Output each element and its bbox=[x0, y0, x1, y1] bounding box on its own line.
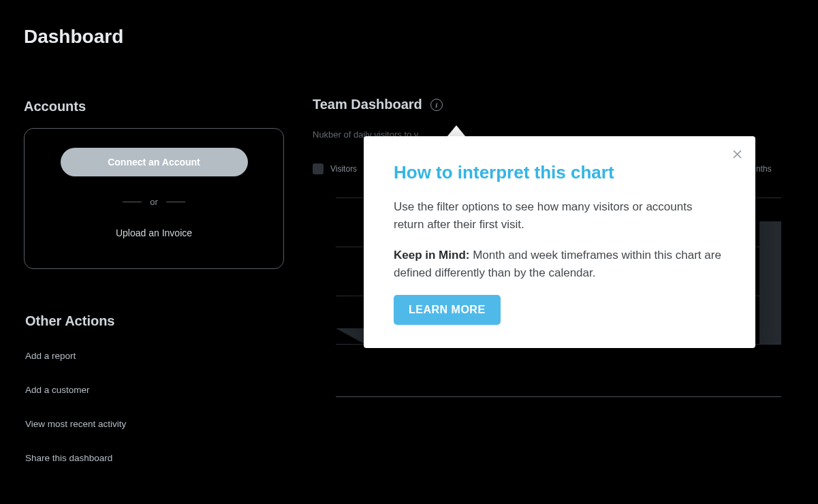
or-label: or bbox=[150, 197, 158, 207]
team-dashboard-header: Team Dashboard i bbox=[313, 97, 443, 112]
chart-bar bbox=[759, 221, 781, 344]
page-title: Dashboard bbox=[24, 26, 123, 48]
accounts-card: Connect an Account or Upload an Invoice bbox=[24, 128, 284, 269]
action-share-dashboard[interactable]: Share this dashboard bbox=[25, 453, 126, 463]
chart-baseline bbox=[336, 396, 781, 397]
action-view-recent-activity[interactable]: View most recent activity bbox=[25, 419, 126, 429]
divider-line-left bbox=[123, 202, 142, 202]
or-divider: or bbox=[123, 197, 185, 207]
legend-label-visitors: Visitors bbox=[330, 164, 357, 174]
other-actions-list: Add a report Add a customer View most re… bbox=[25, 351, 126, 487]
divider-line-right bbox=[166, 202, 185, 202]
chart-legend: Visitors bbox=[313, 163, 357, 174]
info-popover: How to interpret this chart Use the filt… bbox=[364, 136, 755, 348]
other-actions-section-title: Other Actions bbox=[25, 313, 115, 329]
popover-bold-label: Keep in Mind: bbox=[394, 249, 469, 262]
popover-paragraph-1: Use the filter options to see how many v… bbox=[394, 198, 725, 233]
upload-invoice-link[interactable]: Upload an Invoice bbox=[116, 227, 192, 238]
action-add-report[interactable]: Add a report bbox=[25, 351, 126, 361]
action-add-customer[interactable]: Add a customer bbox=[25, 385, 126, 395]
chart-bar bbox=[336, 328, 364, 344]
learn-more-button[interactable]: LEARN MORE bbox=[394, 295, 501, 325]
connect-account-button[interactable]: Connect an Account bbox=[61, 148, 248, 176]
timeframe-label-fragment: nths bbox=[756, 164, 772, 174]
accounts-section-title: Accounts bbox=[24, 99, 86, 114]
popover-title: How to interpret this chart bbox=[394, 162, 725, 183]
popover-paragraph-2: Keep in Mind: Month and week timeframes … bbox=[394, 247, 725, 281]
popover-arrow bbox=[447, 125, 466, 137]
team-dashboard-title: Team Dashboard bbox=[313, 97, 422, 112]
info-icon[interactable]: i bbox=[430, 99, 443, 111]
close-icon[interactable] bbox=[732, 148, 743, 163]
legend-swatch-visitors bbox=[313, 163, 324, 174]
